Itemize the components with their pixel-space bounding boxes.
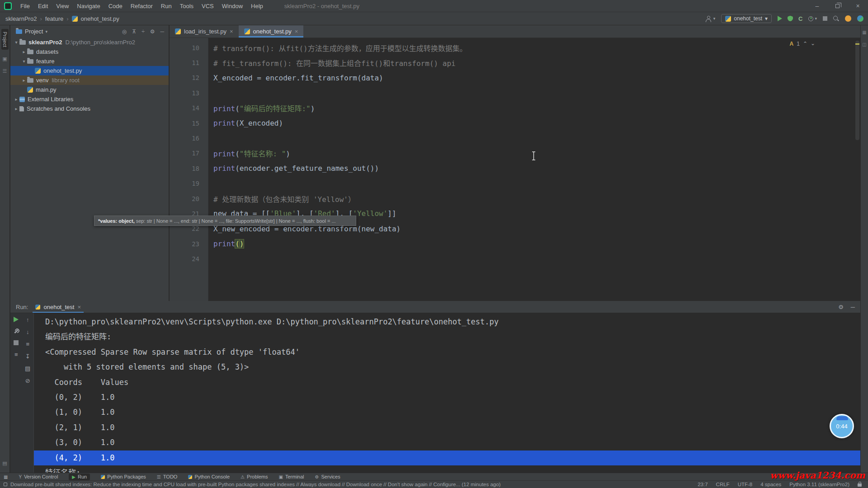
run-tab[interactable]: onehot_test × [33, 301, 84, 313]
stop-button[interactable] [823, 16, 827, 21]
coverage-button[interactable]: C [798, 15, 802, 22]
restore-button[interactable] [827, 0, 848, 12]
close-icon[interactable]: × [230, 28, 233, 35]
tool-window-button-todo[interactable]: ☰TODO [157, 474, 178, 479]
locate-file-icon[interactable]: ◎ [122, 28, 127, 35]
lock-icon[interactable] [858, 483, 862, 487]
run-console-output[interactable]: D:\python_pro\sklearnPro2\venv\Scripts\p… [34, 313, 860, 473]
tool-window-button-python-packages[interactable]: Python Packages [101, 474, 146, 479]
collapse-all-icon[interactable]: ÷ [142, 28, 145, 35]
structure-tool-icon[interactable]: ☰ [3, 68, 7, 74]
console-line[interactable]: with 5 stored elements and shape (5, 3)> [34, 360, 860, 375]
tree-item-main-py[interactable]: main.py [10, 85, 169, 94]
more-options-icon[interactable]: ≡ [14, 352, 18, 357]
tool-window-button-problems[interactable]: ⚠Problems [241, 474, 268, 479]
profiler-button[interactable]: ▾ [808, 16, 817, 21]
soft-wrap-icon[interactable]: ≡ [26, 341, 29, 347]
plugin-orange-icon[interactable] [845, 15, 851, 22]
tree-chevron-icon[interactable]: ▾ [21, 59, 27, 64]
commit-tool-icon[interactable]: ▣ [2, 56, 7, 62]
menu-edit[interactable]: Edit [34, 3, 52, 9]
bookmarks-tool-icon[interactable]: ▤ [2, 460, 7, 466]
debug-button[interactable] [788, 16, 793, 21]
breadcrumb-item[interactable]: onehot_test.py [81, 15, 119, 22]
profile-menu[interactable]: ▾ [705, 16, 716, 22]
console-line[interactable]: 编码后的特征矩阵: [34, 329, 860, 344]
menu-file[interactable]: File [16, 3, 34, 9]
menu-run[interactable]: Run [157, 3, 176, 9]
menu-navigate[interactable]: Navigate [73, 3, 104, 9]
console-line[interactable]: 特征名称: [34, 465, 860, 473]
scroll-to-end-icon[interactable]: ↧ [25, 353, 30, 359]
project-panel-title[interactable]: Project [25, 28, 43, 35]
search-everywhere-button[interactable] [833, 16, 839, 22]
tool-window-button-terminal[interactable]: ▣Terminal [279, 474, 304, 479]
inspections-widget[interactable]: A 1 ⌃ ⌄ [790, 41, 815, 47]
tool-window-button-services[interactable]: ⚙Services [315, 474, 340, 479]
tree-chevron-icon[interactable]: ▸ [21, 49, 27, 54]
next-inspection-icon[interactable]: ⌄ [811, 40, 815, 47]
editor-scrollbar[interactable] [855, 41, 859, 140]
close-button[interactable]: × [848, 0, 868, 12]
modify-run-configuration-icon[interactable] [14, 328, 19, 334]
tool-window-button-version-control[interactable]: YVersion Control [19, 474, 58, 479]
run-button[interactable] [778, 16, 782, 21]
tree-item-venv[interactable]: ▸venvlibrary root [10, 75, 169, 85]
editor-tab-load-iris-test-py[interactable]: load_iris_test.py× [170, 25, 239, 38]
console-line[interactable]: (4, 2) 1.0 [34, 450, 860, 465]
tree-chevron-icon[interactable]: ▸ [13, 97, 19, 102]
tree-item-datasets[interactable]: ▸datasets [10, 47, 169, 56]
stop-process-button[interactable] [14, 340, 19, 345]
menu-help[interactable]: Help [247, 3, 267, 9]
editor-tab-onehot-test-py[interactable]: onehot_test.py× [239, 25, 304, 38]
console-line[interactable]: (2, 1) 1.0 [34, 420, 860, 435]
clear-console-icon[interactable]: ⊘ [25, 378, 30, 384]
console-line[interactable]: <Compressed Sparse Row sparse matrix of … [34, 345, 860, 360]
plugin-teal-icon[interactable] [857, 15, 863, 22]
run-configuration-selector[interactable]: onehot_test ▾ [721, 14, 772, 23]
menu-tools[interactable]: Tools [176, 3, 198, 9]
menu-vcs[interactable]: VCS [198, 3, 218, 9]
up-stack-icon[interactable]: ↑ [26, 317, 29, 323]
tree-item-external-libraries[interactable]: ▸External Libraries [10, 94, 169, 104]
status-message[interactable]: Download pre-built shared indexes: Reduc… [4, 482, 500, 487]
breadcrumb-item[interactable]: sklearnPro2 [5, 15, 37, 22]
minimize-button[interactable]: – [807, 0, 827, 12]
hide-panel-icon[interactable]: ─ [851, 304, 855, 310]
hide-panel-icon[interactable]: ─ [160, 28, 164, 35]
menu-window[interactable]: Window [218, 3, 247, 9]
console-line[interactable]: Coords Values [34, 375, 860, 390]
tree-chevron-icon[interactable]: ▸ [13, 106, 19, 111]
database-tool-icon[interactable]: ◫ [862, 42, 866, 47]
menu-code[interactable]: Code [104, 3, 127, 9]
down-stack-icon[interactable]: ↓ [26, 329, 29, 335]
print-icon[interactable]: ▤ [25, 366, 30, 371]
rerun-button[interactable] [14, 317, 19, 322]
tool-window-button-run[interactable]: ▶Run [69, 474, 90, 480]
gear-icon[interactable]: ⚙ [150, 28, 155, 35]
menu-view[interactable]: View [52, 3, 73, 9]
notifications-icon[interactable]: ▦ [862, 30, 866, 35]
expand-all-icon[interactable]: ⊼ [132, 28, 136, 35]
breadcrumb-item[interactable]: feature [45, 15, 63, 22]
close-icon[interactable]: × [295, 28, 298, 35]
tree-item-scratches-and-consoles[interactable]: ▸Scratches and Consoles [10, 104, 169, 113]
encoding-widget[interactable]: UTF-8 [738, 482, 753, 487]
console-line[interactable]: (1, 0) 1.0 [34, 405, 860, 420]
line-separator-widget[interactable]: CRLF [716, 482, 730, 487]
tool-window-button-python-console[interactable]: Python Console [188, 474, 230, 479]
console-line[interactable]: (3, 0) 1.0 [34, 435, 860, 450]
tree-item-feature[interactable]: ▾feature [10, 56, 169, 66]
indent-widget[interactable]: 4 spaces [760, 482, 781, 487]
tool-stripe-project[interactable]: Project [1, 29, 9, 50]
tree-item-onehot-test-py[interactable]: onehot_test.py [10, 66, 169, 75]
close-icon[interactable]: × [77, 304, 81, 310]
menu-refactor[interactable]: Refactor [127, 3, 157, 9]
gear-icon[interactable]: ⚙ [838, 304, 844, 310]
console-line[interactable]: (0, 2) 1.0 [34, 390, 860, 405]
console-line[interactable]: D:\python_pro\sklearnPro2\venv\Scripts\p… [34, 314, 860, 329]
tree-chevron-icon[interactable]: ▾ [13, 40, 19, 45]
recording-timer-badge[interactable]: 0:44 [830, 414, 854, 438]
interpreter-widget[interactable]: Python 3.11 (sklearnPro2) [789, 482, 849, 487]
tree-chevron-icon[interactable]: ▸ [21, 78, 27, 83]
